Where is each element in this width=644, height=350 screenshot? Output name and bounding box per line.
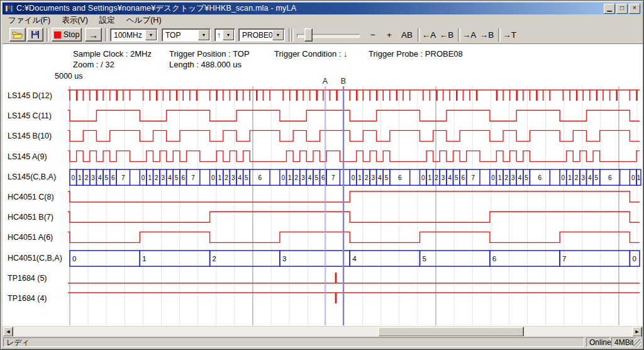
waveform-panel[interactable]: 5000 us 01234567012345670123456012345670… xyxy=(1,71,644,326)
bus-value-text: 5 xyxy=(455,174,458,181)
bus-value-text: 0 xyxy=(421,174,425,181)
chevron-down-icon[interactable]: ▼ xyxy=(272,30,284,40)
bus-value-text: 1 xyxy=(498,174,502,181)
strobe-pulse xyxy=(296,90,298,101)
close-button[interactable]: × xyxy=(629,4,640,14)
minimize-button[interactable]: ▁ xyxy=(604,4,615,14)
strobe-pulse xyxy=(536,90,538,101)
strobe-pulse xyxy=(636,90,638,101)
channel-label: LS145 A(9) xyxy=(8,152,68,161)
bus-value-text: 1 xyxy=(218,174,222,181)
strobe-pulse xyxy=(523,90,524,101)
menu-settings[interactable]: 設定 xyxy=(94,14,121,27)
cursor-ab-button[interactable]: AB xyxy=(399,28,415,41)
chevron-down-icon[interactable]: ▼ xyxy=(198,30,209,40)
open-file-button[interactable] xyxy=(9,28,26,42)
strobe-pulse xyxy=(89,90,91,101)
channel-label: LS145 D(12) xyxy=(8,91,68,100)
trigger-probe-select[interactable]: PROBE00 ▼ xyxy=(238,28,285,42)
strobe-pulse xyxy=(409,90,411,101)
bus-value-text: 5 xyxy=(314,174,318,181)
strobe-pulse xyxy=(263,90,264,101)
goto-cursor-b-fwd-button[interactable]: →B xyxy=(478,28,496,41)
zoom-out-button[interactable]: − xyxy=(366,28,380,41)
bus-value-text: 1 xyxy=(637,174,641,181)
bus-value-text: 1 xyxy=(148,174,152,181)
trigger-edge-select[interactable]: ↑ ▼ xyxy=(214,28,235,42)
strobe-pulse xyxy=(96,90,98,101)
bus-value-text: 7 xyxy=(562,255,566,262)
bus-value-text: 1 xyxy=(428,174,432,181)
bus-value-text: 0 xyxy=(491,174,495,181)
toolbar-separator xyxy=(105,28,108,42)
bus-value-cell xyxy=(490,251,560,266)
strobe-pulse xyxy=(616,90,618,101)
title-bar[interactable]: C:¥Documents and Settings¥noname¥デスクトップ¥… xyxy=(3,3,641,14)
bus-value-text: 6 xyxy=(181,174,185,181)
maximize-button[interactable]: □ xyxy=(616,4,628,14)
strobe-pulse xyxy=(443,90,444,101)
strobe-pulse xyxy=(630,90,631,101)
bus-value-cell xyxy=(140,251,209,266)
bus-value-text: 3 xyxy=(91,174,95,181)
menu-help[interactable]: ヘルプ(H) xyxy=(121,14,167,27)
goto-cursor-a-fwd-button[interactable]: →A xyxy=(460,28,478,41)
strobe-pulse xyxy=(316,90,318,101)
strobe-pulse xyxy=(609,90,611,101)
bus-value-text: 5 xyxy=(423,255,426,262)
bus-value-text: 0 xyxy=(72,174,75,181)
strobe-pulse xyxy=(336,90,338,101)
strobe-pulse xyxy=(563,90,564,101)
bus-value-text: 5 xyxy=(525,174,528,181)
bus-value-text: 6 xyxy=(608,174,612,181)
strobe-pulse xyxy=(69,90,70,101)
resize-grip[interactable] xyxy=(633,339,641,347)
bus-value-text: 4 xyxy=(448,174,452,181)
bus-value-text: 3 xyxy=(301,174,305,181)
bus-value-text: 5 xyxy=(385,174,389,181)
goto-cursor-a-back-button[interactable]: ←A xyxy=(420,28,438,41)
bus-value-text: 3 xyxy=(162,174,165,181)
channel-label: HC4051 B(7) xyxy=(8,213,68,222)
chevron-down-icon[interactable]: ▼ xyxy=(145,30,157,40)
menu-view[interactable]: 表示(V) xyxy=(56,14,94,27)
menu-file[interactable]: ファイル(F) xyxy=(3,14,56,27)
trigger-position-select[interactable]: TOP ▼ xyxy=(162,28,211,42)
strobe-pulse xyxy=(82,90,84,101)
floppy-disk-icon xyxy=(31,30,40,39)
scroll-left-button[interactable]: ◀ xyxy=(3,327,13,337)
strobe-pulse xyxy=(230,90,231,101)
scrollbar-thumb[interactable] xyxy=(378,327,524,337)
scroll-right-button[interactable]: ▶ xyxy=(632,327,642,337)
zoom-info: Zoom : / 32 xyxy=(73,60,114,69)
goto-cursor-b-back-button[interactable]: ←B xyxy=(438,28,455,41)
bus-value-text: 0 xyxy=(142,174,145,181)
strobe-pulse xyxy=(376,90,378,101)
stop-icon xyxy=(54,31,61,38)
open-folder-icon xyxy=(12,30,23,39)
stop-button[interactable]: Stop xyxy=(52,28,82,42)
goto-trigger-button[interactable]: →T xyxy=(501,28,518,41)
waveform-canvas[interactable]: 0123456701234567012345601234567012345601… xyxy=(1,71,644,326)
strobe-pulse xyxy=(216,90,218,101)
save-button[interactable] xyxy=(27,28,43,42)
toolbar-separator xyxy=(291,28,294,42)
app-window: C:¥Documents and Settings¥noname¥デスクトップ¥… xyxy=(0,0,644,350)
zoom-slider-thumb[interactable] xyxy=(304,28,313,42)
horizontal-scrollbar[interactable]: ◀ ▶ xyxy=(3,327,642,337)
strobe-pulse xyxy=(249,90,250,101)
bus-value-text: 4 xyxy=(168,174,172,181)
waveform-trace xyxy=(68,151,640,162)
bus-value-text: 5 xyxy=(105,174,109,181)
sample-clock-select[interactable]: 100MHz ▼ xyxy=(110,28,158,42)
strobe-pulse xyxy=(569,90,570,101)
chevron-down-icon[interactable]: ▼ xyxy=(223,30,234,40)
zoom-in-button[interactable]: + xyxy=(382,28,396,41)
strobe-pulse xyxy=(602,90,604,101)
strobe-pulse xyxy=(196,90,198,101)
cursor-a-label: A xyxy=(323,77,328,86)
bus-value-text: 3 xyxy=(581,174,585,181)
run-step-button[interactable]: → xyxy=(85,28,102,42)
bus-value-text: 3 xyxy=(282,255,286,262)
strobe-pulse xyxy=(169,90,170,101)
